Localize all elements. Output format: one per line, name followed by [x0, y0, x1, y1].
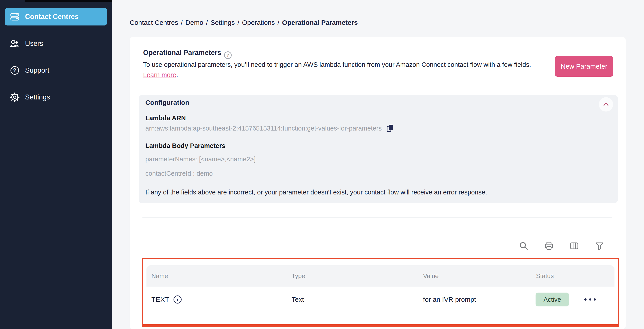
lambda-arn-value: arn:aws:lambda:ap-southeast-2:4157651531… [145, 125, 382, 132]
sidebar-item-users[interactable]: Users [0, 35, 112, 52]
main-content: Contact Centres/Demo/Settings/Operations… [112, 0, 644, 329]
configuration-title: Configuration [145, 99, 190, 106]
column-header-value[interactable]: Value [423, 265, 439, 287]
column-header-status[interactable]: Status [536, 265, 554, 287]
section-divider [142, 218, 612, 218]
collapse-button[interactable] [599, 97, 613, 111]
breadcrumb-link-operations[interactable]: Operations [242, 19, 275, 26]
server-stack-icon [10, 12, 20, 22]
param-type-cell: Text [292, 287, 304, 312]
lambda-arn-row: arn:aws:lambda:ap-southeast-2:4157651531… [145, 124, 395, 133]
learn-more-link[interactable]: Learn more [143, 71, 176, 78]
breadcrumb-separator: / [181, 19, 183, 26]
table-toolbar [519, 241, 604, 251]
column-header-name[interactable]: Name [152, 265, 168, 287]
breadcrumb-link-contact-centres[interactable]: Contact Centres [130, 19, 178, 26]
description-suffix: . [176, 71, 178, 78]
breadcrumb-link-demo[interactable]: Demo [185, 19, 203, 26]
sidebar-item-label: Users [25, 39, 43, 48]
highlighted-table-region: Name Type Value Status TEXT i Text for a… [142, 258, 619, 327]
row-divider [144, 317, 618, 317]
help-circle-icon: ? [10, 65, 20, 75]
info-icon[interactable]: i [174, 296, 182, 304]
body-param-contact-centre-id: contactCentreId : demo [145, 170, 213, 177]
users-icon [10, 39, 20, 48]
breadcrumb-current: Operational Parameters [282, 19, 358, 26]
print-icon[interactable] [544, 241, 554, 251]
copy-icon[interactable] [386, 124, 395, 133]
sidebar-item-contact-centres[interactable]: Contact Centres [5, 8, 107, 25]
sidebar-item-label: Contact Centres [25, 13, 78, 21]
param-name-cell: TEXT i [152, 287, 182, 312]
body-params-label: Lambda Body Parameters [145, 142, 226, 150]
breadcrumb: Contact Centres/Demo/Settings/Operations… [130, 19, 358, 26]
table-row[interactable]: TEXT i Text for an IVR prompt Active [146, 287, 614, 312]
table-header: Name Type Value Status [146, 265, 614, 287]
top-strip [24, 0, 120, 2]
sidebar-item-settings[interactable]: Settings [0, 88, 112, 106]
sidebar: Contact Centres Users ? Support [0, 0, 112, 329]
breadcrumb-separator: / [278, 19, 279, 26]
content-card: Operational Parameters ? To use operatio… [130, 37, 626, 329]
breadcrumb-separator: / [238, 19, 239, 26]
new-parameter-button[interactable]: New Parameter [555, 56, 613, 77]
sidebar-item-support[interactable]: ? Support [0, 61, 112, 79]
body-param-names: parameterNames: [<name>,<name2>] [145, 156, 256, 163]
param-value-cell: for an IVR prompt [423, 287, 476, 312]
sidebar-item-label: Support [25, 66, 50, 74]
gear-icon [10, 92, 20, 102]
help-icon[interactable]: ? [224, 51, 232, 59]
configuration-panel: Configuration Lambda ARN arn:aws:lambda:… [139, 95, 618, 203]
columns-icon[interactable] [569, 241, 579, 251]
ellipsis-icon[interactable] [584, 287, 596, 312]
sidebar-item-label: Settings [25, 93, 50, 101]
app-root: Contact Centres Users ? Support [0, 0, 644, 329]
lambda-arn-label: Lambda ARN [145, 114, 186, 122]
column-header-type[interactable]: Type [292, 265, 305, 287]
param-name: TEXT [152, 296, 170, 303]
breadcrumb-link-settings[interactable]: Settings [211, 19, 235, 26]
status-badge: Active [536, 293, 569, 307]
breadcrumb-separator: / [206, 19, 208, 26]
search-icon[interactable] [519, 241, 528, 251]
filter-icon[interactable] [594, 241, 604, 251]
chevron-up-icon [602, 100, 610, 109]
description-text: To use operational parameters, you’ll ne… [143, 61, 531, 68]
page-title: Operational Parameters [143, 49, 222, 57]
description: To use operational parameters, you’ll ne… [143, 59, 546, 80]
configuration-warning: If any of the fields above are incorrect… [145, 189, 487, 196]
